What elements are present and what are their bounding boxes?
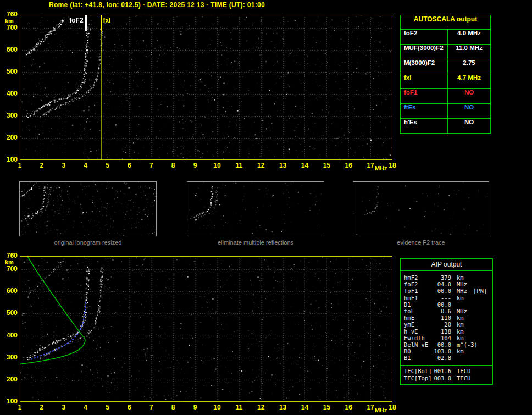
aip-param-note xyxy=(473,368,489,374)
aip-param-name: B0 xyxy=(404,348,433,355)
autoscala-param-label: foF1 xyxy=(401,89,447,103)
marker-label-foF2: foF2 xyxy=(64,17,84,24)
aip-row: ymE20km xyxy=(404,321,489,328)
resized-ionogram-canvas xyxy=(19,181,157,236)
aip-param-note xyxy=(473,301,489,308)
panel-caption-eliminate: eliminate multiple reflections xyxy=(187,239,324,246)
x-tick-label: 11 xyxy=(234,162,245,169)
autoscala-row: foF24.0 MHz xyxy=(401,30,490,44)
aip-param-unit: MHz xyxy=(457,287,473,294)
aip-param-note xyxy=(473,274,489,281)
x-tick-label: 2 xyxy=(36,162,47,169)
aip-param-name: foE xyxy=(404,308,433,314)
autoscala-row: ftEsNO xyxy=(401,103,490,118)
x-tick-label: 4 xyxy=(80,162,91,169)
x-tick-label: 17 xyxy=(365,404,376,411)
x-tick-label: 16 xyxy=(343,162,354,169)
x-tick-label: 10 xyxy=(212,404,223,411)
x-tick-label: 18 xyxy=(387,162,398,169)
profile-ionogram-canvas xyxy=(20,256,392,402)
autoscala-param-label: MUF(3000)F2 xyxy=(401,45,447,59)
aip-param-name: DelN_vE xyxy=(404,341,433,348)
aip-param-name: h_vE xyxy=(404,328,433,335)
autoscala-param-value: NO xyxy=(447,89,490,103)
autoscala-param-value: NO xyxy=(447,104,490,118)
y-tick-label: 400 xyxy=(2,332,18,339)
y-tick-label: 400 xyxy=(2,90,18,97)
aip-param-unit xyxy=(457,355,473,361)
aip-param-value: 001.6 xyxy=(433,368,451,374)
aip-param-name: TEC[Top] xyxy=(404,375,433,381)
aip-param-value: 00.0 xyxy=(433,341,451,348)
x-tick-label: 9 xyxy=(190,162,201,169)
autoscala-output-table: AUTOSCALA output foF24.0 MHzMUF(3000)F21… xyxy=(400,15,491,134)
autoscala-param-value: 4.0 MHz xyxy=(447,30,490,44)
aip-row: TEC[Bot]001.6TECU xyxy=(404,368,489,374)
marker-label-fxI: fxI xyxy=(103,17,123,24)
aip-param-value: 00.0 xyxy=(433,301,451,308)
x-tick-label: 5 xyxy=(102,404,113,411)
panel-caption-evidence: evidence F2 trace xyxy=(353,239,489,246)
x-tick-label: 8 xyxy=(168,162,179,169)
y-tick-label: 300 xyxy=(2,112,18,119)
autoscala-param-label: fxI xyxy=(401,74,447,88)
panel-caption-original: original ionogram resized xyxy=(19,239,157,246)
aip-param-name: foF2 xyxy=(404,281,433,287)
aip-param-unit: km xyxy=(457,348,473,355)
aip-row: B102.8 xyxy=(404,355,489,361)
aip-param-value: 103.0 xyxy=(433,348,451,355)
autoscala-param-label: M(3000)F2 xyxy=(401,59,447,74)
aip-param-name: ymE xyxy=(404,321,433,328)
autoscala-param-value: 4.7 MHz xyxy=(447,74,490,88)
aip-tec-rows: TEC[Bot]001.6TECUTEC[Top]003.0TECU xyxy=(401,365,492,384)
x-tick-label: 5 xyxy=(102,162,113,169)
aip-param-unit: km xyxy=(457,274,473,281)
aip-param-unit: km xyxy=(457,328,473,335)
aip-param-name: hmE xyxy=(404,314,433,321)
autoscala-table-rows: foF24.0 MHzMUF(3000)F211.0 MHzM(3000)F22… xyxy=(401,30,490,133)
aip-param-unit: TECU xyxy=(457,368,473,374)
autoscala-table-header: AUTOSCALA output xyxy=(401,15,490,30)
x-tick-label: 18 xyxy=(387,404,398,411)
aip-param-value: 02.8 xyxy=(433,355,451,361)
x-tick-label: 12 xyxy=(256,162,267,169)
x-tick-label: 9 xyxy=(190,404,201,411)
aip-row: hmE110km xyxy=(404,314,489,321)
aip-param-value: 20 xyxy=(433,321,451,328)
aip-param-note xyxy=(473,314,489,321)
f2-trace-evidence-canvas xyxy=(353,181,489,236)
x-tick-label: 2 xyxy=(36,404,47,411)
autoscala-row: fxI4.7 MHz xyxy=(401,74,490,88)
x-tick-label: 4 xyxy=(80,404,91,411)
y-tick-label: 200 xyxy=(2,134,18,141)
aip-param-note xyxy=(473,321,489,328)
x-tick-label: 14 xyxy=(299,404,310,411)
autoscala-param-label: h'Es xyxy=(401,119,447,133)
aip-row: Ewidth104km xyxy=(404,335,489,341)
y-tick-label: 300 xyxy=(2,354,18,361)
x-tick-label: 3 xyxy=(58,404,69,411)
main-ionogram-canvas xyxy=(20,15,392,160)
aip-output-table: AIP output hmF2379kmfoF204.0MHzfoF100.0M… xyxy=(400,258,493,385)
aip-param-value: 04.0 xyxy=(433,281,451,287)
y-tick-label: 700 xyxy=(2,265,18,273)
aip-param-unit: TECU xyxy=(457,375,473,381)
aip-row: hmF2379km xyxy=(404,274,489,281)
x-tick-label: 11 xyxy=(234,404,245,411)
x-tick-label: 13 xyxy=(278,162,289,169)
aip-param-note xyxy=(473,341,489,348)
y-tick-label: 500 xyxy=(2,68,18,75)
aip-row: B0103.0km xyxy=(404,348,489,355)
x-tick-label: 6 xyxy=(124,162,135,169)
aip-row: DelN_vE00.0m^(-3) xyxy=(404,341,489,348)
aip-param-value: 138 xyxy=(433,328,451,335)
y-tick-label: 500 xyxy=(2,309,18,317)
x-tick-label: 8 xyxy=(168,404,179,411)
autoscala-param-label: ftEs xyxy=(401,104,447,118)
autoscala-param-value: NO xyxy=(447,119,490,133)
y-tick-label: 600 xyxy=(2,46,18,53)
x-tick-label: 1 xyxy=(14,404,25,411)
y-tick-label: 760 xyxy=(2,252,18,259)
aip-table-header: AIP output xyxy=(401,259,492,271)
x-tick-label: 7 xyxy=(146,162,157,169)
